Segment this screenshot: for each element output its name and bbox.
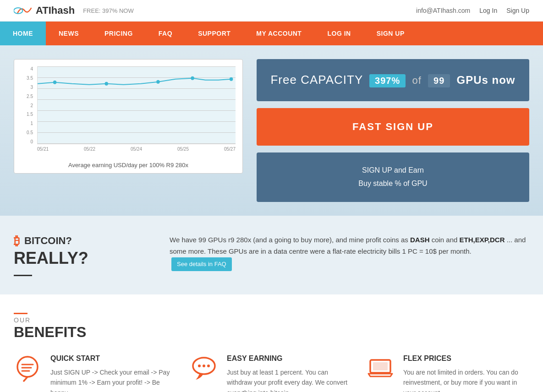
nav-login[interactable]: LOG IN — [314, 22, 363, 45]
nav-home[interactable]: HOME — [0, 22, 46, 45]
benefit-quick-start: QUICK START Just SIGN UP -> Check your e… — [14, 354, 176, 392]
benefit-flex-prices: FLEX PRICES You are not limited in order… — [367, 354, 529, 392]
benefit-flex-prices-content: FLEX PRICES You are not limited in order… — [403, 354, 529, 392]
benefits-accent — [14, 313, 27, 314]
earn-box: SIGN UP and Earn Buy stable % of GPU — [257, 152, 529, 202]
x-label-0524: 05/24 — [131, 147, 142, 158]
bitcoin-left: ₿ BITCOIN? REALLY? — [14, 234, 142, 276]
top-right-links: info@ATIhash.com Log In Sign Up — [416, 7, 529, 14]
fast-signup-button[interactable]: FAST SIGN UP — [257, 108, 529, 146]
chart-svg — [38, 66, 236, 144]
hero-right: Free CAPACITY 397% of 99 GPUs now FAST S… — [257, 59, 529, 202]
benefit-easy-earning-title: EASY EARNING — [227, 354, 353, 363]
benefit-quick-start-content: QUICK START Just SIGN UP -> Check your e… — [50, 354, 176, 392]
benefits-label: OUR — [14, 316, 529, 324]
chart-x-labels: 05/21 05/22 05/24 05/25 05/27 — [37, 147, 236, 158]
bitcoin-desc-1: We have 99 GPUs r9 280x (and a going to … — [170, 236, 410, 244]
faq-link[interactable]: See details in FAQ — [171, 257, 232, 271]
y-label-05: 0.5 — [21, 130, 35, 135]
svg-rect-16 — [373, 362, 388, 370]
bitcoin-eth: ETH,EXP,DCR — [460, 236, 505, 244]
x-label-0525: 05/25 — [177, 147, 189, 158]
contact-email: info@ATIhash.com — [416, 7, 470, 14]
y-label-25: 2.5 — [21, 94, 35, 99]
top-login-link[interactable]: Log In — [479, 7, 497, 14]
svg-point-13 — [203, 365, 205, 367]
bitcoin-description: We have 99 GPUs r9 280x (and a going to … — [170, 234, 529, 271]
nav-signup[interactable]: SIGN UP — [364, 22, 417, 45]
svg-point-4 — [191, 76, 194, 80]
message-circle-icon — [14, 354, 41, 382]
y-label-15: 1.5 — [21, 112, 35, 117]
top-signup-link[interactable]: Sign Up — [506, 7, 529, 14]
benefit-flex-prices-title: FLEX PRICES — [403, 354, 529, 363]
earn-line1: SIGN UP and Earn — [266, 164, 520, 177]
chart-y-labels: 4 3.5 3 2.5 2 1.5 1 0.5 0 — [21, 66, 35, 144]
cap-num: 99 — [428, 74, 450, 87]
dash-line — [14, 275, 32, 276]
svg-point-12 — [198, 365, 201, 367]
bitcoin-title-small: ₿ BITCOIN? — [14, 234, 142, 248]
free-badge: FREE: 397% NOW — [83, 7, 134, 14]
benefit-easy-earning: EASY EARNING Just buy at least 1 percent… — [190, 354, 353, 392]
main-nav: HOME NEWS PRICING FAQ SUPPORT MY ACCOUNT… — [0, 22, 543, 45]
benefits-title: BENEFITS — [14, 324, 529, 341]
bitcoin-section: ₿ BITCOIN? REALLY? We have 99 GPUs r9 28… — [0, 216, 543, 294]
benefit-quick-start-text: Just SIGN UP -> Check your email -> Pay … — [50, 367, 176, 392]
logo-text: ATIhash — [36, 5, 75, 16]
nav-news[interactable]: NEWS — [46, 22, 92, 45]
chat-bubble-icon — [190, 354, 218, 382]
earn-line2: Buy stable % of GPU — [266, 177, 520, 191]
btc-symbol: ₿ — [14, 234, 20, 248]
cap-prefix: Free CAPACITY — [270, 73, 362, 87]
benefits-grid: QUICK START Just SIGN UP -> Check your e… — [14, 354, 529, 392]
benefit-flex-prices-text: You are not limited in orders. You can d… — [403, 367, 529, 392]
top-bar: ATIhash FREE: 397% NOW info@ATIhash.com … — [0, 0, 543, 22]
benefit-easy-earning-content: EASY EARNING Just buy at least 1 percent… — [227, 354, 353, 392]
x-label-0522: 05/22 — [84, 147, 95, 158]
nav-pricing[interactable]: PRICING — [92, 22, 146, 45]
nav-myaccount[interactable]: MY ACCOUNT — [243, 22, 314, 45]
bitcoin-big: REALLY? — [14, 248, 142, 268]
y-label-2: 2 — [21, 103, 35, 108]
x-label-0527: 05/27 — [224, 147, 236, 158]
logo-area: ATIhash FREE: 397% NOW — [14, 4, 134, 17]
capacity-title: Free CAPACITY 397% of 99 GPUs now — [266, 73, 520, 87]
svg-point-1 — [53, 81, 57, 84]
cap-percent: 397% — [369, 74, 406, 87]
bitcoin-label: BITCOIN? — [24, 235, 72, 247]
benefit-easy-earning-text: Just buy at least 1 percent. You can wit… — [227, 367, 353, 392]
bitcoin-right: We have 99 GPUs r9 280x (and a going to … — [170, 234, 529, 271]
nav-faq[interactable]: FAQ — [146, 22, 185, 45]
cap-gpus: GPUs now — [457, 74, 516, 86]
chart-box: 4 3.5 3 2.5 2 1.5 1 0.5 0 — [14, 59, 243, 174]
y-label-35: 3.5 — [21, 76, 35, 81]
chart-inner — [37, 66, 236, 144]
capacity-box: Free CAPACITY 397% of 99 GPUs now — [257, 59, 529, 101]
y-label-3: 3 — [21, 85, 35, 90]
y-label-4: 4 — [21, 66, 35, 71]
benefit-quick-start-title: QUICK START — [50, 354, 176, 363]
bitcoin-dash: DASH — [410, 236, 430, 244]
hero-section: 4 3.5 3 2.5 2 1.5 1 0.5 0 — [0, 45, 543, 216]
logo-icon — [14, 4, 32, 17]
benefits-section: OUR BENEFITS QUICK START Just SIGN UP ->… — [0, 294, 543, 392]
svg-point-14 — [207, 365, 210, 367]
svg-point-3 — [156, 80, 160, 84]
chart-area: 4 3.5 3 2.5 2 1.5 1 0.5 0 — [21, 66, 236, 158]
svg-point-5 — [230, 77, 233, 81]
nav-support[interactable]: SUPPORT — [185, 22, 243, 45]
x-label-0521: 05/21 — [37, 147, 49, 158]
chart-caption: Average earning USD/day per 100% R9 280x — [21, 162, 236, 169]
svg-point-2 — [105, 82, 109, 86]
bitcoin-desc-2: coin and — [430, 236, 460, 244]
laptop-icon — [367, 354, 394, 382]
y-label-0: 0 — [21, 139, 35, 144]
cap-of: of — [412, 75, 421, 86]
svg-point-6 — [17, 357, 38, 377]
y-label-1: 1 — [21, 121, 35, 126]
